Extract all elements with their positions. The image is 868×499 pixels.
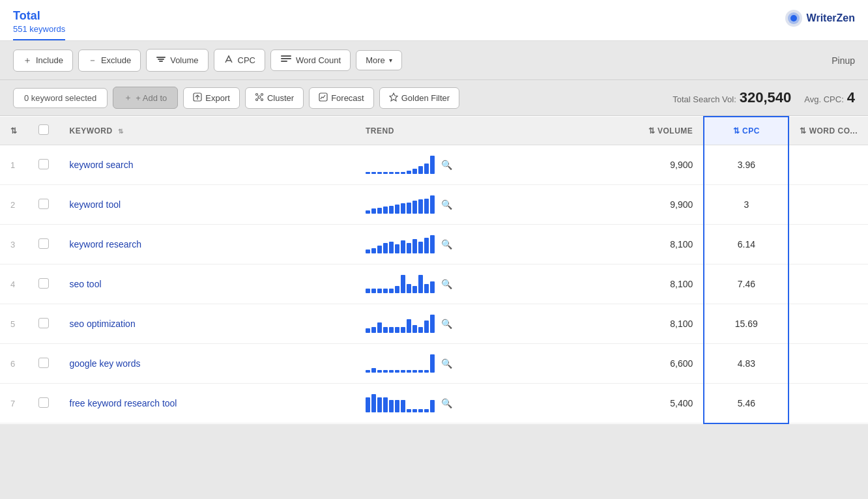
svg-rect-33 [383,207,388,214]
add-to-label: + Add to [136,93,167,103]
pinup-label: Pinup [832,55,855,66]
svg-rect-65 [430,281,435,293]
cpc-icon [224,54,234,66]
toolbar-buttons: ＋ Include － Exclude Volume [13,49,402,72]
cpc-button[interactable]: CPC [214,49,265,72]
cluster-icon [255,93,264,104]
svg-point-15 [261,98,263,100]
cluster-button[interactable]: Cluster [245,87,304,109]
row-number: 5 [0,304,28,344]
row-checkbox[interactable] [38,358,49,368]
svg-rect-95 [395,400,399,412]
header-checkbox[interactable] [38,124,49,135]
add-to-button[interactable]: ＋ + Add to [113,87,178,109]
row-checkbox-cell[interactable] [28,225,59,264]
volume-cell: 8,100 [626,264,704,304]
plus-icon: ＋ [23,55,32,66]
svg-rect-37 [407,203,411,214]
svg-rect-60 [401,275,405,293]
row-checkbox-cell[interactable] [28,264,59,304]
col-header-sort[interactable]: ⇅ [0,117,28,145]
chevron-down-icon: ▾ [389,57,392,64]
col-header-checkbox[interactable] [28,117,59,145]
include-button[interactable]: ＋ Include [13,50,73,72]
svg-rect-59 [395,286,399,293]
svg-marker-17 [390,93,398,101]
volume-cell: 9,900 [626,185,704,225]
svg-rect-38 [412,201,417,214]
row-number: 1 [0,145,28,185]
row-checkbox-cell[interactable] [28,384,59,423]
row-checkbox-cell[interactable] [28,185,59,225]
more-label: More [366,55,385,65]
row-checkbox[interactable] [38,278,49,289]
row-checkbox[interactable] [38,397,49,408]
search-trend-icon[interactable]: 🔍 [441,239,452,250]
word-count-label: Word Count [296,55,341,65]
row-checkbox[interactable] [38,199,49,209]
svg-rect-71 [395,327,399,333]
word-count-cell [788,384,868,423]
svg-rect-80 [377,370,382,373]
export-label: Export [205,93,230,103]
search-trend-icon[interactable]: 🔍 [441,160,452,170]
search-trend-icon[interactable]: 🔍 [441,398,452,408]
logo-icon [785,9,803,27]
svg-rect-99 [418,409,423,412]
row-checkbox-cell[interactable] [28,304,59,344]
svg-rect-91 [371,394,376,412]
col-header-word-count[interactable]: ⇅ WORD CO... [788,117,868,145]
svg-rect-54 [366,289,370,293]
trend-cell: 🔍 [355,185,626,225]
table-header-row: ⇅ KEYWORD ⇅ TREND ⇅ VOLUME ⇅ CPC [0,117,868,145]
row-checkbox[interactable] [38,238,49,249]
cpc-cell: 6.14 [704,225,788,264]
search-trend-icon[interactable]: 🔍 [441,358,452,369]
action-bar-left: 0 keyword selected ＋ + Add to Export [13,87,459,109]
row-checkbox-cell[interactable] [28,344,59,384]
trend-cell: 🔍 [355,145,626,185]
header-left: Total 551 keywords [13,9,65,40]
col-header-volume[interactable]: ⇅ VOLUME [626,117,704,145]
keyword-cell: keyword search [59,145,355,185]
svg-rect-21 [383,172,388,174]
export-button[interactable]: Export [183,87,240,109]
word-count-button[interactable]: Word Count [270,50,351,71]
svg-rect-73 [407,319,411,333]
col-header-cpc[interactable]: ⇅ CPC [704,117,788,145]
row-checkbox[interactable] [38,159,49,169]
golden-filter-button[interactable]: Golden Filter [379,87,459,109]
cpc-cell: 3 [704,185,788,225]
total-search-vol-stat: Total Search Vol: 320,540 [673,89,791,106]
svg-rect-44 [377,246,382,253]
svg-rect-67 [371,327,376,333]
row-checkbox[interactable] [38,318,49,328]
table-body: 1 keyword search 🔍 9,900 3.96 2 keyword … [0,145,868,423]
svg-rect-29 [430,156,435,174]
row-checkbox-cell[interactable] [28,145,59,185]
svg-rect-49 [407,243,411,253]
golden-filter-icon [389,93,398,104]
svg-rect-100 [424,409,429,412]
avg-cpc-label: Avg. CPC: [804,94,843,104]
plus-icon-add: ＋ [124,92,132,104]
svg-rect-18 [366,172,370,174]
search-trend-icon[interactable]: 🔍 [441,279,452,289]
svg-rect-96 [401,400,405,412]
search-trend-icon[interactable]: 🔍 [441,199,452,210]
table-row: 6 google key words 🔍 6,600 4.83 [0,344,868,384]
svg-rect-55 [371,289,376,293]
search-trend-icon[interactable]: 🔍 [441,319,452,329]
header: Total 551 keywords WriterZen [0,0,868,41]
svg-rect-5 [159,61,163,62]
volume-button[interactable]: Volume [146,49,208,72]
more-button[interactable]: More ▾ [356,50,402,70]
col-header-trend[interactable]: TREND [355,117,626,145]
exclude-button[interactable]: － Exclude [78,50,141,72]
svg-point-12 [255,93,257,95]
col-header-keyword[interactable]: KEYWORD ⇅ [59,117,355,145]
svg-rect-41 [430,195,435,214]
svg-rect-81 [383,370,388,373]
svg-rect-28 [424,164,429,174]
forecast-button[interactable]: Forecast [309,87,374,109]
